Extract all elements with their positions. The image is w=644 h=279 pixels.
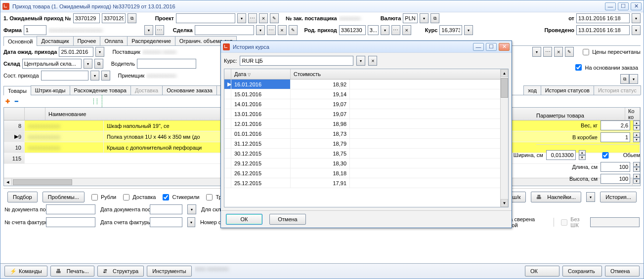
expect-date-dropdown-icon[interactable]	[95, 47, 104, 57]
state-edit-icon[interactable]	[101, 71, 110, 80]
cancel-button[interactable]: Отмена	[605, 266, 640, 277]
tab-hist[interactable]: ход	[523, 85, 541, 95]
tools-button[interactable]: Инструменты	[147, 266, 192, 277]
project-dropdown-icon[interactable]	[237, 13, 246, 23]
supplier-doc-input[interactable]	[46, 204, 95, 214]
modal-close-button[interactable]: ✕	[499, 43, 510, 51]
project-more-icon[interactable]	[248, 13, 257, 23]
problems-button[interactable]: Проблемы...	[43, 192, 85, 202]
driver-input[interactable]	[137, 59, 196, 69]
scroll-up-icon[interactable]: ▲	[501, 69, 508, 77]
currency-edit-icon[interactable]	[430, 13, 439, 23]
volume-checkbox[interactable]: Обьем	[589, 151, 640, 160]
tab-other[interactable]: Прочее	[73, 36, 101, 45]
tab-main[interactable]: Основной	[3, 37, 37, 46]
parent-dropdown-icon[interactable]	[381, 25, 389, 35]
rate-row[interactable]: ▶16.01.201618,92	[224, 80, 508, 89]
project-edit-icon[interactable]	[270, 13, 279, 23]
rate-row[interactable]: 31.12.201518,79	[224, 139, 508, 149]
box-input[interactable]	[601, 132, 630, 142]
deal-more-icon[interactable]	[267, 25, 276, 35]
modal-cancel-button[interactable]: Отмена	[269, 214, 306, 225]
deal-dropdown-icon[interactable]	[256, 25, 265, 35]
maximize-button[interactable]: ☐	[618, 2, 629, 10]
parent-clear-icon[interactable]	[402, 25, 411, 35]
scroll-thumb[interactable]	[501, 78, 508, 98]
tab-status-history-2[interactable]: История статус	[594, 85, 641, 95]
scroll-thumb[interactable]	[13, 179, 72, 185]
invoice-date-dropdown-icon[interactable]	[187, 217, 195, 227]
based-on-order-checkbox[interactable]: На основании заказа	[573, 63, 638, 72]
rate-row[interactable]: 30.12.201518,75	[224, 149, 508, 159]
height-input[interactable]	[601, 174, 630, 184]
arrival-number-1-input[interactable]	[73, 13, 100, 23]
weight-input[interactable]	[601, 120, 630, 130]
tab-status-history[interactable]: История статусов	[541, 85, 594, 95]
ok-button[interactable]: ОК	[525, 266, 559, 277]
arrival-number-2-input[interactable]	[102, 13, 126, 23]
select-button[interactable]: Подбор	[7, 192, 38, 202]
tab-distribution[interactable]: Распределение	[127, 36, 175, 45]
done-date-input[interactable]	[576, 25, 630, 35]
structure-button[interactable]: ⇵ Структура	[97, 266, 144, 277]
deal-edit-icon[interactable]	[289, 25, 298, 35]
width-up-icon[interactable]: ▲	[579, 150, 586, 155]
rate-row[interactable]: 15.01.201619,14	[224, 89, 508, 99]
no-bc-checkbox[interactable]: Без ШК	[559, 216, 585, 228]
warehouse-edit-icon[interactable]	[94, 59, 103, 69]
tab-order-basis[interactable]: Основание заказа	[162, 85, 217, 95]
rate-row[interactable]: 14.01.201619,07	[224, 99, 508, 109]
rate-row[interactable]: 01.01.201618,73	[224, 129, 508, 139]
supplier-doc-date-dropdown-icon[interactable]	[187, 204, 196, 214]
rate-row[interactable]: 13.01.201619,07	[224, 109, 508, 119]
supplier-edit-icon[interactable]	[565, 47, 574, 57]
width-down-icon[interactable]: ▼	[579, 155, 586, 160]
modal-rate-input[interactable]	[240, 56, 353, 66]
supplier-clear-icon[interactable]	[554, 47, 563, 57]
col-date[interactable]: Дата	[234, 71, 246, 77]
history-button[interactable]: История...	[600, 192, 637, 202]
width-input[interactable]	[546, 150, 576, 160]
deal-input[interactable]	[195, 25, 254, 35]
modal-ok-button[interactable]: ОК	[226, 214, 262, 225]
length-down-icon[interactable]: ▼	[633, 167, 640, 172]
stickers-dropdown-icon[interactable]	[586, 192, 595, 202]
bars2-icon[interactable]: ┊ ┊	[100, 97, 108, 105]
rate-row[interactable]: 12.01.201618,98	[224, 119, 508, 129]
warehouse-input[interactable]	[22, 59, 82, 69]
rubles-checkbox[interactable]: Рубли	[89, 193, 116, 202]
firm-code-input[interactable]	[24, 25, 46, 35]
col-cost[interactable]: Стоимость	[291, 69, 508, 79]
rate-dropdown-icon[interactable]	[464, 25, 473, 35]
supplier-more-icon[interactable]	[543, 47, 552, 57]
recalc-checkbox[interactable]: Цены пересчитаны	[581, 47, 641, 57]
save-button[interactable]: Сохранить	[562, 266, 602, 277]
length-input[interactable]	[601, 162, 630, 172]
supplier-dropdown-icon[interactable]	[532, 47, 541, 57]
parent-input[interactable]	[339, 25, 366, 35]
rate-row[interactable]: 29.12.201518,30	[224, 159, 508, 168]
tab-barcodes[interactable]: Штрих-коды	[31, 85, 70, 95]
modal-minimize-button[interactable]: —	[473, 43, 484, 51]
tab-delivery[interactable]: Доставка	[130, 85, 163, 95]
done-date-dropdown-icon[interactable]	[632, 25, 641, 35]
stickers-button[interactable]: 🖶 Наклейки...	[531, 192, 581, 202]
parent2-input[interactable]	[368, 25, 379, 35]
firm-more-icon[interactable]	[155, 25, 164, 35]
parent-more-icon[interactable]	[391, 25, 400, 35]
scroll-left-icon[interactable]: ◂	[4, 179, 12, 185]
delivery-checkbox[interactable]: Доставка	[121, 193, 156, 202]
tab-discrepancy[interactable]: Расхождение товара	[70, 85, 131, 95]
based-dropdown-icon[interactable]	[629, 74, 638, 84]
rate-row[interactable]: 25.12.201517,91	[224, 178, 508, 188]
height-up-icon[interactable]: ▲	[633, 174, 640, 179]
project-clear-icon[interactable]	[259, 13, 268, 23]
rate-input[interactable]	[439, 25, 462, 35]
project-input[interactable]	[176, 13, 235, 23]
rate-grid-scrollbar[interactable]: ▲ ▼	[500, 69, 508, 207]
stickered-checkbox[interactable]: Стикерили	[161, 193, 199, 202]
tab-deliverer[interactable]: Доставщик	[37, 36, 73, 45]
commands-button[interactable]: Команды	[4, 266, 47, 277]
tab-payment[interactable]: Оплата	[100, 36, 128, 45]
invoice-input[interactable]	[46, 217, 95, 227]
